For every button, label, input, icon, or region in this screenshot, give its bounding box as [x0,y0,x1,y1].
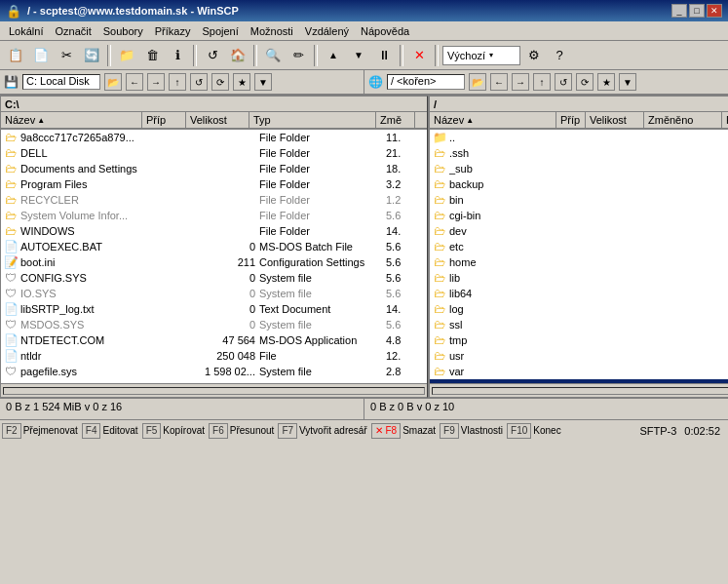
left-file-row[interactable]: 📄 ntldr 250 048 File 12. [1,348,427,364]
menu-remote[interactable]: Vzdálený [300,24,354,38]
tb-refresh-btn[interactable]: ↺ [201,45,224,66]
menu-mark[interactable]: Označit [50,24,96,38]
tb-globalsettings-btn[interactable]: ⚙ [522,45,546,66]
tb-stop-btn[interactable]: ✕ [407,45,431,66]
right-back-btn[interactable]: ← [490,73,508,91]
right-file-row[interactable]: 🗁 dev [430,223,728,239]
kb-f8[interactable]: ✕ F8 Smazat [371,423,436,439]
right-more-btn[interactable]: ▼ [619,73,636,91]
right-col-ext[interactable]: Příp [556,112,586,128]
left-bookmark-btn[interactable]: ★ [233,73,250,91]
kb-f10[interactable]: F10 Konec [507,423,561,439]
right-file-list[interactable]: 📁 .. 🗁 .ssh 🗁 _sub 🗁 backup 🗁 bin 🗁 [430,130,728,383]
left-file-row[interactable]: 🗁 DELL File Folder 21. [1,145,427,161]
right-file-row[interactable]: 🗁 backup [430,176,728,192]
tb-move-btn[interactable]: ✂ [55,45,78,66]
left-drive-dropdown[interactable]: C: Local Disk [22,74,100,90]
kb-f7[interactable]: F7 Vytvořit adresář [278,423,366,439]
kb-f6[interactable]: F6 Přesunout [209,423,274,439]
left-file-row[interactable]: 📝 boot.ini 211 Configuration Settings 5.… [1,254,427,270]
left-file-row[interactable]: 🛡 IO.SYS 0 System file 5.6 [1,286,427,301]
left-file-row[interactable]: 🛡 MSDOS.SYS 0 System file 5.6 [1,317,427,332]
left-hscroll[interactable] [1,383,427,397]
kb-f5[interactable]: F5 Kopírovat [142,423,205,439]
right-col-perms[interactable]: Práva [722,112,728,128]
right-file-row[interactable]: 🗁 lib [430,270,728,286]
left-file-row[interactable]: 🗁 RECYCLER File Folder 1.2 [1,192,427,208]
tb-upload-btn[interactable]: ▲ [322,45,345,66]
right-file-row[interactable]: 🗁 .ssh [430,145,728,161]
right-file-row[interactable]: 🗁 tmp [430,332,728,348]
right-fwd-btn[interactable]: → [512,73,529,91]
left-file-row[interactable]: 📄 AUTOEXEC.BAT 0 MS-DOS Batch File 5.6 [1,239,427,254]
left-file-row[interactable]: 🗁 Documents and Settings File Folder 18. [1,161,427,176]
left-col-type[interactable]: Typ [249,112,376,128]
left-file-row[interactable]: 🛡 pagefile.sys 1 598 02... System file 2… [1,364,427,379]
left-file-row[interactable]: 🛡 CONFIG.SYS 0 System file 5.6 [1,270,427,286]
menu-connection[interactable]: Spojení [197,24,243,38]
right-file-row[interactable]: 🗁 home [430,254,728,270]
tb-view-btn[interactable]: 🔍 [261,45,285,66]
close-button[interactable]: ✕ [707,4,722,18]
left-file-row[interactable]: 📄 libSRTP_log.txt 0 Text Document 14. [1,301,427,317]
right-file-row[interactable]: 🗁 _sub [430,161,728,176]
right-file-row[interactable]: 📁 .. [430,130,728,145]
left-file-row[interactable]: 🗁 Program Files File Folder 3.2 [1,176,427,192]
left-col-name[interactable]: Název ▲ [1,112,142,128]
left-col-size[interactable]: Velikost [186,112,249,128]
left-fwd-btn[interactable]: → [147,73,165,91]
session-dropdown[interactable]: Výchozí ▾ [442,46,520,65]
tb-queue-btn[interactable]: ⏸ [372,45,396,66]
right-col-modified[interactable]: Změněno [644,112,722,128]
left-file-list[interactable]: 🗁 9a8ccc717c7265a879... File Folder 11. … [1,130,427,383]
kb-f2[interactable]: F2 Přejmenovat [2,423,78,439]
right-file-row[interactable]: 🗁 etc [430,239,728,254]
tb-sync-btn[interactable]: 🔄 [80,45,103,66]
right-file-row[interactable]: 🗁 usr [430,348,728,364]
right-file-row[interactable]: 🗁 bin [430,192,728,208]
left-file-row[interactable]: 📄 NTDETECT.COM 47 564 MS-DOS Application… [1,332,427,348]
menu-files[interactable]: Soubory [98,24,148,38]
menu-commands[interactable]: Příkazy [150,24,196,38]
menu-options[interactable]: Možnosti [246,24,298,38]
left-back-btn[interactable]: ← [126,73,143,91]
right-col-size[interactable]: Velikost [586,112,644,128]
tb-edit-btn[interactable]: ✏ [287,45,310,66]
tb-home-btn[interactable]: 🏠 [226,45,249,66]
menu-help[interactable]: Nápověda [356,24,414,38]
tb-help-btn[interactable]: ? [548,45,571,66]
right-file-row[interactable]: 🗁 log [430,301,728,317]
right-col-name[interactable]: Název ▲ [430,112,556,128]
left-refresh-btn[interactable]: ↺ [190,73,208,91]
right-file-row[interactable]: 🗁 lib64 [430,286,728,301]
kb-f9[interactable]: F9 Vlastnosti [440,423,503,439]
right-file-row[interactable]: 🗁 ssl [430,317,728,332]
left-file-row[interactable]: 🗁 System Volume Infor... File Folder 5.6 [1,208,427,223]
left-up-btn[interactable]: ↑ [169,73,186,91]
right-open-btn[interactable]: 📂 [469,73,486,91]
minimize-button[interactable]: _ [671,4,687,18]
left-open-btn[interactable]: 📂 [104,73,122,91]
right-file-row[interactable]: 🗁 var [430,364,728,379]
tb-download-btn[interactable]: ▼ [347,45,370,66]
left-col-modified[interactable]: Změ [376,112,415,128]
left-more-btn[interactable]: ▼ [254,73,272,91]
right-server-dropdown[interactable]: / <kořen> [387,74,465,90]
right-bookmark-btn[interactable]: ★ [597,73,615,91]
left-col-ext[interactable]: Příp [142,112,186,128]
tb-new-btn[interactable]: 📁 [115,45,138,66]
menu-local[interactable]: Lokální [4,24,48,38]
maximize-button[interactable]: □ [689,4,705,18]
left-sync-btn[interactable]: ⟳ [211,73,229,91]
tb-paste-btn[interactable]: 📄 [29,45,53,66]
right-file-row[interactable]: 🗁 cgi-bin [430,208,728,223]
kb-f4[interactable]: F4 Editovat [82,423,138,439]
right-refresh-btn[interactable]: ↺ [555,73,572,91]
tb-copy-btn[interactable]: 📋 [4,45,27,66]
right-sync-btn[interactable]: ⟳ [576,73,594,91]
tb-delete-btn[interactable]: 🗑 [140,45,164,66]
right-up-btn[interactable]: ↑ [533,73,551,91]
left-file-row[interactable]: 🗁 9a8ccc717c7265a879... File Folder 11. [1,130,427,145]
right-hscroll[interactable] [430,383,728,397]
left-file-row[interactable]: 🗁 WINDOWS File Folder 14. [1,223,427,239]
